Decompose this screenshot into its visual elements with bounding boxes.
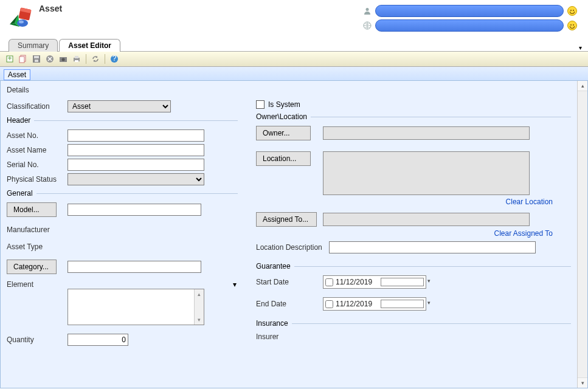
- main-tab-strip: Summary Asset Editor ▾: [0, 36, 588, 51]
- general-section-title: General: [7, 189, 36, 198]
- svg-rect-14: [34, 56, 39, 58]
- category-input[interactable]: [67, 261, 201, 273]
- header-user-area: [363, 5, 577, 32]
- app-header: Asset: [0, 0, 588, 36]
- toolbar-separator: [86, 54, 86, 64]
- owner-section-title: Owner\Location: [256, 112, 311, 121]
- details-title: Details: [7, 86, 571, 94]
- smiley-icon[interactable]: [567, 6, 577, 16]
- subtab-strip: Asset: [0, 67, 588, 81]
- location-desc-input[interactable]: [329, 241, 536, 253]
- tab-overflow-icon[interactable]: ▾: [579, 44, 582, 51]
- classification-select[interactable]: Asset: [67, 100, 171, 112]
- toolbar-separator: [105, 54, 105, 64]
- camera-icon[interactable]: [57, 53, 69, 65]
- location-display: [323, 151, 530, 195]
- user-field-1[interactable]: [375, 5, 564, 17]
- is-system-label: Is System: [268, 100, 300, 109]
- clear-location-link[interactable]: Clear Location: [506, 198, 553, 206]
- location-desc-label: Location Description: [256, 243, 329, 252]
- help-icon[interactable]: ?: [108, 53, 120, 65]
- svg-text:?: ?: [112, 55, 117, 63]
- serial-no-input[interactable]: [67, 159, 204, 171]
- svg-point-7: [366, 8, 369, 11]
- quantity-input[interactable]: [67, 334, 128, 346]
- print-icon[interactable]: [71, 53, 83, 65]
- svg-text:+: +: [7, 55, 12, 63]
- svg-rect-21: [75, 60, 78, 62]
- category-button[interactable]: Category...: [7, 260, 57, 274]
- physical-status-label: Physical Status: [7, 175, 67, 184]
- location-button[interactable]: Location...: [256, 151, 311, 166]
- element-textarea[interactable]: ▴▾: [67, 289, 204, 325]
- quantity-label: Quantity: [7, 336, 67, 344]
- end-date-label: End Date: [256, 300, 323, 308]
- user-field-2[interactable]: [375, 19, 564, 32]
- calendar-icon[interactable]: [381, 278, 424, 286]
- editor-body: Details Classification Asset Header Asse…: [1, 81, 577, 388]
- insurance-section-title: Insurance: [256, 319, 292, 328]
- owner-button[interactable]: Owner...: [256, 126, 311, 140]
- end-date-input[interactable]: 11/12/2019: [323, 297, 426, 311]
- start-date-value: 11/12/2019: [336, 278, 378, 286]
- svg-rect-12: [19, 57, 24, 63]
- svg-point-6: [19, 21, 24, 24]
- refresh-icon[interactable]: [89, 53, 102, 65]
- subtab-asset[interactable]: Asset: [4, 69, 30, 80]
- globe-icon: [363, 21, 372, 30]
- is-system-checkbox[interactable]: [256, 100, 265, 109]
- start-date-input[interactable]: 11/12/2019: [323, 275, 426, 289]
- clear-assigned-link[interactable]: Clear Assigned To: [494, 229, 553, 238]
- page-title: Asset: [39, 4, 62, 13]
- assigned-to-display: [323, 213, 530, 226]
- manufacturer-label: Manufacturer: [7, 225, 67, 234]
- save-icon[interactable]: [30, 53, 43, 65]
- model-button[interactable]: Model...: [7, 202, 57, 217]
- end-date-value: 11/12/2019: [336, 300, 378, 308]
- model-input[interactable]: [67, 204, 201, 216]
- element-label: Element: [7, 280, 67, 289]
- element-dropdown-icon[interactable]: ▾: [233, 280, 237, 289]
- insurer-label: Insurer: [256, 332, 323, 341]
- serial-no-label: Serial No.: [7, 160, 67, 169]
- tab-summary[interactable]: Summary: [9, 39, 58, 52]
- scroll-down-icon[interactable]: ▾: [578, 377, 587, 388]
- calendar-icon[interactable]: [381, 300, 424, 308]
- asset-name-input[interactable]: [67, 144, 204, 156]
- physical-status-select[interactable]: [67, 173, 204, 185]
- asset-name-label: Asset Name: [7, 146, 67, 154]
- svg-rect-15: [35, 60, 38, 62]
- smiley-icon-2[interactable]: [567, 21, 577, 30]
- header-section-title: Header: [7, 116, 34, 125]
- owner-display: [323, 126, 530, 140]
- asset-type-label: Asset Type: [7, 243, 67, 251]
- copy-icon[interactable]: [17, 53, 29, 65]
- scroll-up-icon[interactable]: ▴: [578, 81, 587, 91]
- tab-asset-editor[interactable]: Asset Editor: [59, 39, 120, 52]
- start-date-checkbox[interactable]: [325, 278, 333, 286]
- classification-label: Classification: [7, 102, 67, 111]
- asset-no-label: Asset No.: [7, 131, 67, 140]
- toolbar: + ?: [0, 51, 588, 67]
- panel-scrollbar[interactable]: ▴ ▾: [577, 81, 587, 388]
- svg-rect-20: [75, 56, 78, 58]
- editor-panel: Details Classification Asset Header Asse…: [0, 81, 588, 388]
- assigned-to-button[interactable]: Assigned To...: [256, 212, 317, 227]
- element-scrollbar[interactable]: ▴▾: [194, 289, 204, 325]
- end-date-checkbox[interactable]: [325, 300, 333, 308]
- new-icon[interactable]: +: [4, 53, 16, 65]
- asset-no-input[interactable]: [67, 129, 204, 142]
- guarantee-section-title: Guarantee: [256, 262, 294, 270]
- start-date-label: Start Date: [256, 278, 323, 286]
- delete-icon[interactable]: [44, 53, 56, 65]
- svg-point-18: [62, 58, 65, 61]
- app-logo-icon: [9, 4, 33, 28]
- user-icon: [363, 7, 372, 15]
